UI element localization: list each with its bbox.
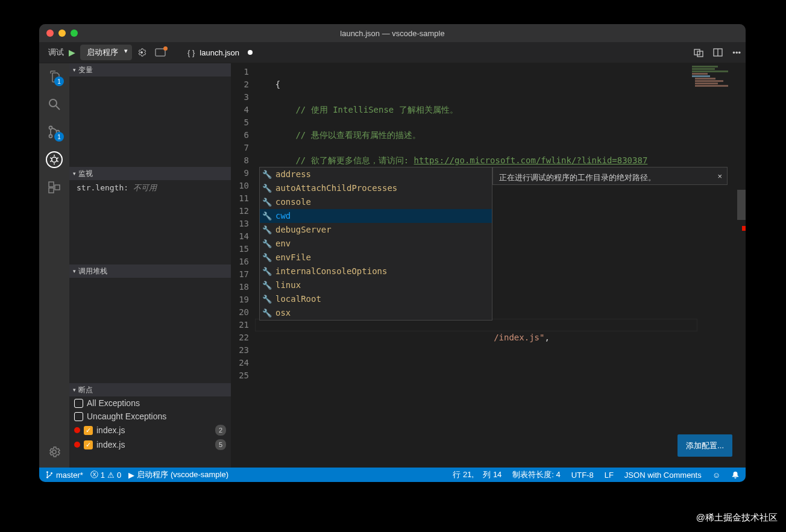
breakpoint-check-icon: ✓ bbox=[84, 426, 93, 435]
more-icon[interactable]: ••• bbox=[732, 48, 741, 57]
encoding-status[interactable]: UTF-8 bbox=[571, 471, 594, 480]
svg-point-8 bbox=[49, 135, 52, 138]
wrench-icon: 🔧 bbox=[262, 293, 272, 305]
language-mode[interactable]: JSON with Comments bbox=[624, 471, 702, 480]
intellisense-item[interactable]: 🔧linux bbox=[260, 278, 492, 292]
toolbar: 调试 ▶ 启动程序 { } launch.json ••• bbox=[39, 42, 746, 63]
close-icon[interactable]: × bbox=[717, 170, 722, 183]
svg-point-5 bbox=[49, 99, 57, 107]
svg-point-23 bbox=[51, 472, 52, 474]
explorer-icon[interactable]: 1 bbox=[46, 68, 63, 85]
extensions-icon[interactable] bbox=[46, 179, 63, 196]
cursor-position[interactable]: 行 21, 列 14 bbox=[453, 469, 501, 480]
wrench-icon: 🔧 bbox=[262, 224, 272, 236]
feedback-icon[interactable]: ☺ bbox=[712, 471, 720, 480]
breakpoint-uncaught-exceptions[interactable]: Uncaught Exceptions bbox=[69, 410, 231, 423]
launch-config-select[interactable]: 启动程序 bbox=[80, 45, 132, 60]
breakpoints-section-header[interactable]: ▾断点 bbox=[69, 383, 231, 396]
svg-point-21 bbox=[46, 471, 48, 473]
line-gutter: 1234567891011121314151617181920212223242… bbox=[231, 63, 255, 382]
add-configuration-button[interactable]: 添加配置... bbox=[678, 434, 732, 457]
intellisense-item[interactable]: 🔧address bbox=[260, 167, 492, 181]
scrollbar-vertical[interactable] bbox=[737, 63, 746, 468]
compare-icon[interactable] bbox=[694, 48, 703, 57]
git-branch[interactable]: master* bbox=[45, 471, 83, 480]
svg-line-13 bbox=[57, 158, 58, 159]
source-control-icon[interactable]: 1 bbox=[46, 124, 63, 140]
editor-window: launch.json — vscode-sample 调试 ▶ 启动程序 { … bbox=[39, 24, 746, 482]
dirty-indicator-icon bbox=[248, 50, 253, 55]
breakpoint-all-exceptions[interactable]: All Exceptions bbox=[69, 396, 231, 410]
intellisense-popup: 🔧address🔧autoAttachChildProcesses🔧consol… bbox=[259, 167, 728, 321]
settings-gear-icon[interactable] bbox=[46, 443, 63, 460]
debug-target-status[interactable]: ▶ 启动程序 (vscode-sample) bbox=[128, 469, 228, 480]
intellisense-item[interactable]: 🔧autoAttachChildProcesses bbox=[260, 181, 492, 195]
debug-console-icon[interactable] bbox=[155, 48, 166, 57]
breakpoint-check-icon: ✓ bbox=[84, 440, 93, 449]
svg-line-12 bbox=[50, 158, 52, 159]
breakpoint-item[interactable]: ✓index.js5 bbox=[69, 437, 231, 452]
wrench-icon: 🔧 bbox=[262, 307, 272, 319]
intellisense-doc: 正在进行调试的程序的工作目录的绝对路径。 × bbox=[492, 167, 728, 185]
intellisense-item[interactable]: 🔧debugServer bbox=[260, 223, 492, 237]
indentation-status[interactable]: 制表符长度: 4 bbox=[512, 469, 560, 480]
intellisense-item[interactable]: 🔧envFile bbox=[260, 251, 492, 264]
intellisense-item[interactable]: 🔧outFiles bbox=[260, 320, 492, 321]
explorer-badge: 1 bbox=[54, 77, 64, 86]
debug-icon[interactable] bbox=[46, 151, 63, 168]
intellisense-item[interactable]: 🔧internalConsoleOptions bbox=[260, 264, 492, 278]
start-debug-button[interactable]: ▶ bbox=[69, 48, 75, 57]
variables-section-header[interactable]: ▾变量 bbox=[69, 63, 231, 77]
wrench-icon: 🔧 bbox=[262, 210, 272, 222]
intellisense-item[interactable]: 🔧env bbox=[260, 237, 492, 251]
bell-icon[interactable] bbox=[731, 471, 740, 479]
svg-rect-19 bbox=[55, 185, 60, 190]
minimize-window-button[interactable] bbox=[58, 30, 66, 37]
titlebar: launch.json — vscode-sample bbox=[39, 24, 746, 42]
svg-point-10 bbox=[52, 157, 57, 162]
intellisense-item[interactable]: 🔧console bbox=[260, 195, 492, 209]
wrench-icon: 🔧 bbox=[262, 279, 272, 292]
svg-line-15 bbox=[57, 161, 58, 162]
watch-section-header[interactable]: ▾监视 bbox=[69, 167, 231, 180]
json-icon: { } bbox=[187, 48, 195, 57]
svg-line-6 bbox=[56, 106, 60, 110]
split-editor-icon[interactable] bbox=[713, 48, 723, 57]
intellisense-list: 🔧address🔧autoAttachChildProcesses🔧consol… bbox=[259, 167, 492, 321]
svg-line-14 bbox=[50, 161, 52, 162]
status-bar: master* ⓧ1 ⚠0 ▶ 启动程序 (vscode-sample) 行 2… bbox=[39, 468, 746, 482]
breakpoint-dot-icon bbox=[74, 442, 80, 448]
wrench-icon: 🔧 bbox=[262, 196, 272, 208]
wrench-icon: 🔧 bbox=[262, 237, 272, 250]
svg-rect-18 bbox=[49, 188, 54, 193]
watermark: @稀土掘金技术社区 bbox=[696, 512, 778, 524]
breakpoint-dot-icon bbox=[74, 427, 80, 433]
tab-filename[interactable]: launch.json bbox=[200, 48, 239, 57]
wrench-icon: 🔧 bbox=[262, 182, 272, 195]
watch-expression[interactable]: str.length: 不可用 bbox=[69, 180, 231, 196]
gear-icon[interactable] bbox=[137, 48, 146, 57]
svg-point-7 bbox=[49, 127, 52, 130]
debug-sidebar: ▾变量 ▾监视 str.length: 不可用 ▾调用堆栈 ▾断点 All Ex… bbox=[69, 63, 231, 468]
intellisense-item[interactable]: 🔧cwd bbox=[260, 209, 492, 223]
callstack-section-header[interactable]: ▾调用堆栈 bbox=[69, 264, 231, 278]
maximize-window-button[interactable] bbox=[71, 30, 78, 37]
close-window-button[interactable] bbox=[46, 30, 54, 37]
svg-rect-17 bbox=[49, 182, 54, 187]
window-controls bbox=[46, 30, 78, 37]
problems-status[interactable]: ⓧ1 ⚠0 bbox=[90, 469, 121, 480]
wrench-icon: 🔧 bbox=[262, 265, 272, 278]
activity-bar: 1 1 bbox=[39, 63, 69, 468]
intellisense-item[interactable]: 🔧localRoot bbox=[260, 292, 492, 306]
code-editor[interactable]: 1234567891011121314151617181920212223242… bbox=[231, 63, 746, 468]
minimap[interactable] bbox=[686, 66, 737, 138]
breakpoint-item[interactable]: ✓index.js2 bbox=[69, 423, 231, 437]
window-title: launch.json — vscode-sample bbox=[340, 29, 444, 38]
debug-label: 调试 bbox=[48, 47, 64, 58]
intellisense-item[interactable]: 🔧osx bbox=[260, 306, 492, 320]
svg-point-20 bbox=[52, 450, 56, 454]
wrench-icon: 🔧 bbox=[262, 168, 272, 181]
search-icon[interactable] bbox=[46, 96, 63, 113]
scm-badge: 1 bbox=[54, 132, 64, 142]
eol-status[interactable]: LF bbox=[605, 471, 614, 480]
